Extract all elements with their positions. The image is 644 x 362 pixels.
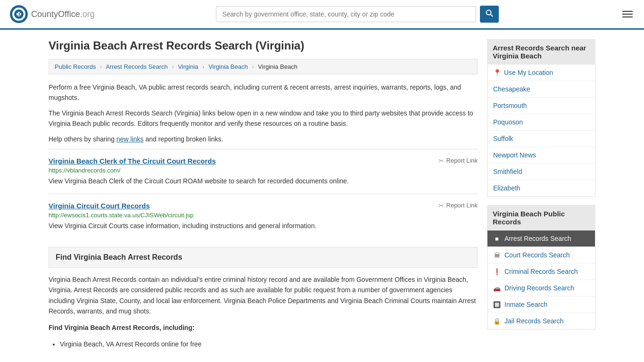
public-records-list: ■ Arrest Records Search 🏛 Court Records …	[487, 230, 595, 329]
report-link-button[interactable]: ✂ Report Link	[438, 157, 478, 165]
page-container: Virginia Beach Arrest Records Search (Vi…	[39, 30, 605, 360]
record-title-link[interactable]: Virginia Beach Clerk of The Circuit Cour…	[49, 157, 216, 165]
near-list-item[interactable]: Poquoson	[487, 114, 595, 131]
near-list-item[interactable]: Smithfield	[487, 164, 595, 180]
sidebar-item-link[interactable]: 🔲 Inmate Search	[487, 296, 595, 313]
sidebar: Arrest Records Search near Virginia Beac…	[487, 39, 595, 350]
record-url: http://ewsocis1.courts.state.va.us/CJISW…	[49, 212, 478, 219]
svg-text:CO: CO	[16, 12, 23, 17]
arrest-records-icon: ■	[493, 235, 501, 242]
breadcrumb-sep: ›	[252, 63, 254, 70]
svg-point-5	[487, 10, 491, 15]
near-list-item[interactable]: Suffolk	[487, 131, 595, 147]
menu-line	[622, 14, 633, 15]
logo-text: CountyOffice.org	[31, 9, 95, 19]
description-3: Help others by sharing new links and rep…	[49, 134, 478, 144]
find-section-heading: Find Virginia Beach Arrest Records	[56, 253, 471, 262]
sidebar-item-inmate-search[interactable]: 🔲 Inmate Search	[487, 296, 595, 313]
sidebar-item-arrest-records[interactable]: ■ Arrest Records Search	[487, 230, 595, 247]
sidebar-item-link[interactable]: ❗ Criminal Records Search	[487, 263, 595, 280]
breadcrumb-item[interactable]: Virginia	[178, 63, 198, 70]
report-icon: ✂	[438, 202, 444, 209]
page-title: Virginia Beach Arrest Records Search (Vi…	[49, 39, 478, 52]
menu-button[interactable]	[620, 9, 635, 19]
near-link[interactable]: Newport News	[487, 147, 595, 163]
logo: CO CountyOffice.org	[9, 5, 95, 24]
sidebar-item-jail-records[interactable]: 🔒 Jail Records Search	[487, 313, 595, 329]
search-button[interactable]	[480, 6, 499, 23]
near-list-item[interactable]: Chesapeake	[487, 81, 595, 98]
search-input[interactable]	[216, 6, 476, 22]
record-card-title: Virginia Beach Clerk of The Circuit Cour…	[49, 157, 216, 165]
bullet-item: Virginia Beach, VA Arrest Records online…	[60, 338, 478, 350]
breadcrumb: Public Records › Arrest Records Search ›…	[49, 59, 478, 74]
near-link[interactable]: Poquoson	[487, 114, 595, 130]
driving-records-icon: 🚗	[493, 285, 501, 292]
record-description: View Virginia Circuit Courts case inform…	[49, 221, 478, 231]
record-card-header: Virginia Circuit Court Records ✂ Report …	[49, 202, 478, 210]
sidebar-item-link[interactable]: 🏛 Court Records Search	[487, 247, 595, 263]
find-section: Find Virginia Beach Arrest Records	[49, 247, 478, 268]
record-card-header: Virginia Beach Clerk of The Circuit Cour…	[49, 157, 478, 165]
criminal-records-icon: ❗	[493, 268, 501, 275]
logo-icon: CO	[9, 5, 28, 24]
breadcrumb-item[interactable]: Virginia Beach	[208, 63, 248, 70]
record-description: View Virginia Beach Clerk of the Circuit…	[49, 176, 478, 186]
menu-line	[622, 16, 633, 17]
near-link[interactable]: Elizabeth	[487, 180, 595, 196]
record-card: Virginia Beach Clerk of The Circuit Cour…	[49, 149, 478, 194]
near-list-item[interactable]: Newport News	[487, 147, 595, 164]
breadcrumb-sep: ›	[202, 63, 204, 70]
inmate-search-icon: 🔲	[493, 301, 501, 308]
report-link-button[interactable]: ✂ Report Link	[438, 202, 478, 209]
near-section: Arrest Records Search near Virginia Beac…	[487, 39, 595, 197]
sidebar-item-court-records[interactable]: 🏛 Court Records Search	[487, 247, 595, 263]
record-card-title: Virginia Circuit Court Records	[49, 202, 150, 210]
record-url: https://vblandrecords.com/	[49, 167, 478, 174]
breadcrumb-current: Virginia Beach	[258, 63, 297, 70]
public-records-section: Virginia Beach Public Records ■ Arrest R…	[487, 205, 595, 329]
sidebar-item-driving-records[interactable]: 🚗 Driving Records Search	[487, 280, 595, 296]
find-subheading: Find Virginia Beach Arrest Records, incl…	[49, 322, 478, 333]
near-link[interactable]: Portsmouth	[487, 98, 595, 114]
site-header: CO CountyOffice.org	[0, 0, 644, 30]
main-content: Virginia Beach Arrest Records Search (Vi…	[49, 39, 478, 350]
jail-records-icon: 🔒	[493, 318, 501, 325]
report-icon: ✂	[438, 157, 444, 165]
sidebar-item-link[interactable]: ■ Arrest Records Search	[487, 230, 595, 247]
use-location-item[interactable]: 📍 Use My Location	[487, 65, 595, 81]
menu-line	[622, 11, 633, 12]
find-section-body: Virginia Beach Arrest Records contain an…	[49, 274, 478, 317]
public-records-header: Virginia Beach Public Records	[487, 205, 595, 230]
description-2: The Virginia Beach Arrest Records Search…	[49, 108, 478, 129]
use-location-link[interactable]: 📍 Use My Location	[487, 65, 595, 81]
new-links-link[interactable]: new links	[116, 135, 144, 143]
record-card: Virginia Circuit Court Records ✂ Report …	[49, 194, 478, 239]
breadcrumb-sep: ›	[100, 63, 102, 70]
near-section-header: Arrest Records Search near Virginia Beac…	[487, 39, 595, 65]
court-records-icon: 🏛	[493, 252, 501, 259]
near-list-item[interactable]: Elizabeth	[487, 180, 595, 196]
search-icon	[486, 9, 493, 17]
sidebar-item-link[interactable]: 🔒 Jail Records Search	[487, 313, 595, 329]
svg-line-6	[491, 15, 493, 17]
near-list: 📍 Use My Location Chesapeake Portsmouth …	[487, 65, 595, 197]
description-1: Perform a free Virginia Beach, VA public…	[49, 82, 478, 103]
breadcrumb-item[interactable]: Public Records	[55, 63, 96, 70]
near-link[interactable]: Chesapeake	[487, 81, 595, 97]
near-link[interactable]: Suffolk	[487, 131, 595, 147]
record-title-link[interactable]: Virginia Circuit Court Records	[49, 202, 150, 210]
location-pin-icon: 📍	[493, 69, 501, 76]
find-bullets: Virginia Beach, VA Arrest Records online…	[49, 338, 478, 350]
breadcrumb-sep: ›	[172, 63, 173, 70]
sidebar-item-link[interactable]: 🚗 Driving Records Search	[487, 280, 595, 296]
breadcrumb-item[interactable]: Arrest Records Search	[106, 63, 168, 70]
search-bar	[216, 6, 499, 23]
near-list-item[interactable]: Portsmouth	[487, 98, 595, 114]
near-link[interactable]: Smithfield	[487, 164, 595, 180]
sidebar-item-criminal-records[interactable]: ❗ Criminal Records Search	[487, 263, 595, 280]
